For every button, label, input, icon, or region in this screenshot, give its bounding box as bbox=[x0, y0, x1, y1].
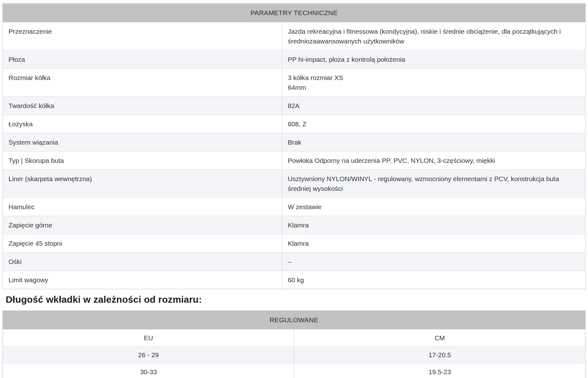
table-row: Ośki – bbox=[3, 252, 585, 271]
table-row: Limit wagowy 60 kg bbox=[3, 271, 585, 289]
size-column-cm: CM bbox=[294, 329, 585, 346]
size-cm-value: 17-20.5 bbox=[294, 346, 585, 363]
spec-label: Liner (skarpeta wewnętrzna) bbox=[3, 170, 282, 198]
spec-label: Limit wagowy bbox=[3, 271, 282, 289]
spec-value: Klamra bbox=[282, 216, 585, 234]
table-row: Przeznaczenie Jazda rekreacyjna i fitnes… bbox=[3, 22, 585, 50]
spec-value: Jazda rekreacyjna i fitnessowa (kondycyj… bbox=[282, 22, 585, 50]
spec-label: Hamulec bbox=[3, 198, 282, 216]
spec-value: Klamra bbox=[282, 234, 585, 252]
spec-label: Typ | Skorupa buta bbox=[3, 152, 282, 169]
table-row: System wiązania Brak bbox=[3, 133, 585, 151]
table-row: Zapięcie górne Klamra bbox=[3, 216, 585, 234]
spec-label: System wiązania bbox=[3, 133, 282, 151]
table-row: Łożyska 608, Z bbox=[3, 115, 585, 133]
size-table-title: REGULOWANE bbox=[3, 311, 585, 329]
size-eu-value: 30-33 bbox=[3, 364, 294, 378]
table-row: 30-33 19.5-23 bbox=[3, 363, 585, 378]
spec-label: Łożyska bbox=[3, 115, 282, 133]
spec-table: PARAMETRY TECHNICZNE Przeznaczenie Jazda… bbox=[3, 3, 585, 289]
insole-length-heading: Długość wkładki w zależności od rozmiaru… bbox=[6, 294, 585, 305]
spec-label: Twardość kółka bbox=[3, 97, 282, 115]
spec-label: Rozmiar kółka bbox=[3, 69, 282, 96]
spec-value: 3 kółka rozmiar XS 64mm bbox=[282, 69, 585, 96]
spec-value: 608, Z bbox=[282, 115, 585, 133]
spec-value: W zestawie bbox=[282, 198, 585, 216]
spec-value: – bbox=[282, 253, 585, 271]
spec-label: Ośki bbox=[3, 253, 282, 271]
spec-label: Zapięcie 45 stopni bbox=[3, 234, 282, 252]
table-row: Rozmiar kółka 3 kółka rozmiar XS 64mm bbox=[3, 68, 585, 96]
spec-table-title: PARAMETRY TECHNICZNE bbox=[3, 3, 585, 22]
size-column-eu: EU bbox=[3, 329, 294, 346]
size-table-header-row: EU CM bbox=[3, 329, 585, 346]
size-table: REGULOWANE EU CM 26 - 29 17-20.5 30-33 1… bbox=[3, 311, 585, 378]
spec-value: Powłoka Odporny na uderzenia PP, PVC, NY… bbox=[282, 152, 585, 169]
spec-value: PP hi-impact, płoza z kontrolą położenia bbox=[282, 50, 585, 68]
size-cm-value: 19.5-23 bbox=[294, 364, 585, 378]
spec-value: Usztywniony NYLON/WINYL - regulowany, wz… bbox=[282, 170, 585, 198]
page: PARAMETRY TECHNICZNE Przeznaczenie Jazda… bbox=[0, 0, 588, 378]
size-eu-value: 26 - 29 bbox=[3, 346, 294, 363]
table-row: Typ | Skorupa buta Powłoka Odporny na ud… bbox=[3, 151, 585, 169]
spec-label: Zapięcie górne bbox=[3, 216, 282, 234]
spec-label: Płoza bbox=[3, 50, 282, 68]
spec-label: Przeznaczenie bbox=[3, 22, 282, 50]
table-row: Hamulec W zestawie bbox=[3, 198, 585, 216]
table-row: Płoza PP hi-impact, płoza z kontrolą poł… bbox=[3, 50, 585, 68]
table-row: 26 - 29 17-20.5 bbox=[3, 346, 585, 363]
spec-value: Brak bbox=[282, 133, 585, 151]
spec-value: 60 kg bbox=[282, 271, 585, 289]
spec-value: 82A bbox=[282, 97, 585, 115]
table-row: Twardość kółka 82A bbox=[3, 96, 585, 115]
table-row: Zapięcie 45 stopni Klamra bbox=[3, 234, 585, 252]
table-row: Liner (skarpeta wewnętrzna) Usztywniony … bbox=[3, 169, 585, 198]
